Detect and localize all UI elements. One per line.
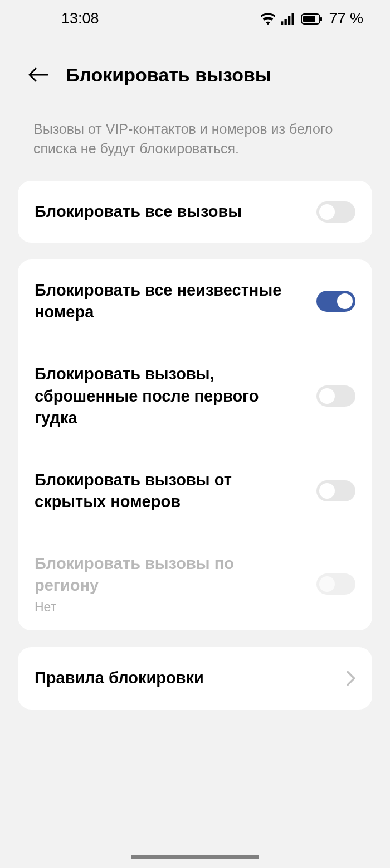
row-text: Блокировать все неизвестные номера: [35, 279, 305, 323]
card-block-options: Блокировать все неизвестные номера Блоки…: [18, 259, 372, 630]
label-block-all: Блокировать все вызовы: [35, 201, 305, 223]
description-text: Вызовы от VIP-контактов и номеров из бел…: [0, 103, 390, 175]
chevron-right-icon: [347, 671, 355, 686]
signal-icon: [281, 13, 295, 25]
row-rules[interactable]: Правила блокировки: [18, 647, 372, 709]
battery-percent: 77 %: [329, 10, 363, 27]
status-time: 13:08: [61, 10, 99, 27]
label-block-unknown: Блокировать все неизвестные номера: [35, 279, 305, 323]
wifi-icon: [261, 13, 275, 25]
toggle-block-unknown[interactable]: [316, 291, 355, 312]
row-text: Блокировать вызовы от скрытых номеров: [35, 469, 305, 513]
toggle-knob: [319, 576, 335, 592]
battery-icon: [301, 13, 323, 25]
label-block-region: Блокировать вызовы по региону: [35, 553, 294, 596]
card-rules: Правила блокировки: [18, 647, 372, 709]
svg-rect-5: [303, 16, 315, 22]
row-text: Блокировать все вызовы: [35, 201, 305, 223]
toggle-block-hidden[interactable]: [316, 480, 355, 501]
row-text: Блокировать вызовы по региону Нет: [35, 553, 294, 615]
svg-rect-1: [285, 19, 287, 25]
row-block-one-ring[interactable]: Блокировать вызовы, сброшенные после пер…: [18, 343, 372, 449]
label-rules: Правила блокировки: [35, 667, 335, 689]
svg-rect-3: [292, 13, 294, 25]
sublabel-block-region: Нет: [35, 600, 294, 615]
toggle-block-one-ring[interactable]: [316, 385, 355, 407]
status-bar: 13:08 77 %: [0, 0, 390, 33]
row-block-region[interactable]: Блокировать вызовы по региону Нет: [18, 533, 372, 630]
header: Блокировать вызовы: [0, 33, 390, 103]
toggle-knob: [319, 483, 335, 499]
row-block-unknown[interactable]: Блокировать все неизвестные номера: [18, 259, 372, 343]
page-title: Блокировать вызовы: [66, 64, 271, 86]
row-block-all[interactable]: Блокировать все вызовы: [18, 181, 372, 243]
svg-rect-2: [288, 16, 290, 25]
status-right: 77 %: [261, 10, 363, 27]
divider: [305, 572, 305, 596]
label-block-hidden: Блокировать вызовы от скрытых номеров: [35, 469, 305, 513]
region-controls: [305, 572, 355, 596]
svg-rect-0: [281, 21, 283, 25]
toggle-block-all[interactable]: [316, 201, 355, 223]
card-block-all: Блокировать все вызовы: [18, 181, 372, 243]
row-text: Правила блокировки: [35, 667, 335, 689]
row-text: Блокировать вызовы, сброшенные после пер…: [35, 363, 305, 428]
nav-handle[interactable]: [131, 855, 259, 859]
back-button[interactable]: [27, 64, 49, 86]
toggle-knob: [319, 204, 335, 220]
toggle-block-region: [316, 573, 355, 595]
label-block-one-ring: Блокировать вызовы, сброшенные после пер…: [35, 363, 305, 428]
toggle-knob: [337, 293, 353, 309]
arrow-left-icon: [28, 67, 48, 83]
svg-rect-6: [320, 17, 322, 21]
row-block-hidden[interactable]: Блокировать вызовы от скрытых номеров: [18, 449, 372, 533]
toggle-knob: [319, 388, 335, 404]
